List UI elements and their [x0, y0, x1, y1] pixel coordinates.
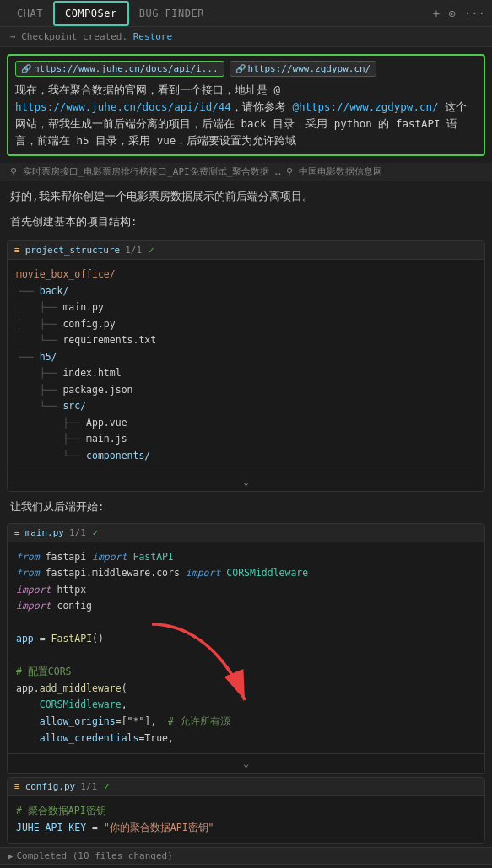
code-line: import httpx	[16, 582, 476, 599]
expand-main-btn[interactable]: ⌄	[8, 753, 484, 773]
add-icon[interactable]: +	[433, 7, 440, 20]
search-results-bar: ⚲ 实时票房接口_电影票房排行榜接口_API免费测试_聚合数据 … ⚲ 中国电影…	[0, 163, 492, 181]
url-tab-2[interactable]: 🔗 https://www.zgdypw.cn/	[230, 61, 377, 77]
code-line: from fastapi import FastAPI	[16, 549, 476, 566]
code-line	[16, 648, 476, 665]
message-input-box: 🔗 https://www.juhe.cn/docs/api/i... 🔗 ht…	[7, 54, 485, 156]
tab-chat[interactable]: CHAT	[7, 3, 53, 24]
main-py-block: ≡ main.py 1/1 ✓ from fastapi import Fast…	[7, 523, 485, 774]
code-line: allow_origins=["*"], # 允许所有源	[16, 714, 476, 731]
file-icon-project: ≡	[14, 245, 20, 256]
code-line: CORSMiddleware,	[16, 697, 476, 714]
version-config: 1/1	[80, 781, 97, 792]
code-line: import config	[16, 598, 476, 615]
project-structure-content: movie_box_office/ ├── back/ │ ├── main.p…	[8, 260, 484, 472]
code-line: │ └── requirements.txt	[16, 332, 476, 349]
mention-link-1: https://www.juhe.cn/docs/api/id/44	[15, 100, 231, 113]
response-intro: 好的,我来帮你创建一个电影票房数据展示的前后端分离项目。	[0, 181, 492, 212]
code-line: JUHE_API_KEY = "你的聚合数据API密钥"	[16, 820, 476, 837]
code-line: ├── index.html	[16, 365, 476, 382]
code-line: ├── package.json	[16, 382, 476, 399]
code-line: movie_box_office/	[16, 267, 476, 283]
header-actions: + ⊙ ···	[433, 7, 485, 20]
tab-bug-finder[interactable]: BUG FINDER	[129, 3, 214, 24]
code-line: ├── main.js	[16, 431, 476, 448]
code-line: allow_credentials=True,	[16, 731, 476, 747]
config-py-content: # 聚合数据API密钥 JUHE_API_KEY = "你的聚合数据API密钥"	[8, 796, 484, 843]
url-label-2: https://www.zgdypw.cn/	[248, 63, 371, 74]
history-icon[interactable]: ⊙	[448, 7, 455, 20]
tab-composer[interactable]: COMPOSer	[53, 1, 129, 26]
expand-project-btn[interactable]: ⌄	[8, 472, 484, 491]
url-tab-1[interactable]: 🔗 https://www.juhe.cn/docs/api/i...	[15, 61, 224, 77]
add-context-bar[interactable]: + Add context	[0, 864, 492, 868]
restore-link[interactable]: Restore	[133, 31, 172, 42]
code-line: from fastapi.middleware.cors import CORS…	[16, 565, 476, 582]
filename-project: project_structure	[25, 245, 121, 256]
filename-config: config.py	[25, 781, 76, 792]
code-line: ├── App.vue	[16, 415, 476, 432]
code-block-header-main: ≡ main.py 1/1 ✓	[8, 524, 484, 542]
version-project: 1/1	[125, 245, 142, 256]
more-icon[interactable]: ···	[464, 7, 485, 20]
link-icon-1: 🔗	[21, 64, 31, 73]
code-line: └── src/	[16, 398, 476, 415]
expand-icon: ▶	[8, 852, 13, 860]
filename-main: main.py	[25, 527, 64, 538]
code-line: └── h5/	[16, 349, 476, 366]
backend-intro: 让我们从后端开始:	[0, 495, 492, 520]
code-block-header-project: ≡ project_structure 1/1 ✓	[8, 241, 484, 260]
code-line	[16, 615, 476, 632]
code-line: │ ├── config.py	[16, 316, 476, 333]
response-subtitle: 首先创建基本的项目结构:	[0, 212, 492, 237]
completed-bar[interactable]: ▶ Completed (10 files changed)	[0, 847, 492, 864]
code-line: │ ├── main.py	[16, 299, 476, 316]
config-py-block: ≡ config.py 1/1 ✓ # 聚合数据API密钥 JUHE_API_K…	[7, 777, 485, 844]
code-line: # 配置CORS	[16, 664, 476, 681]
file-icon-config: ≡	[14, 781, 20, 792]
completed-text: Completed (10 files changed)	[16, 850, 172, 861]
check-icon-main: ✓	[93, 527, 99, 538]
file-icon-main: ≡	[14, 527, 20, 538]
code-line: app.add_middleware(	[16, 681, 476, 698]
header-tabs: CHAT COMPOSer BUG FINDER + ⊙ ···	[0, 0, 492, 27]
code-line: app = FastAPI()	[16, 631, 476, 648]
mention-link-2: @https://www.zgdypw.cn/	[292, 100, 438, 113]
code-line: ├── back/	[16, 283, 476, 300]
code-block-header-config: ≡ config.py 1/1 ✓	[8, 778, 484, 796]
version-main: 1/1	[69, 527, 86, 538]
check-icon-project: ✓	[149, 245, 154, 256]
code-line: └── components/	[16, 448, 476, 465]
checkpoint-bar: → Checkpoint created. Restore	[0, 27, 492, 47]
url-tabs: 🔗 https://www.juhe.cn/docs/api/i... 🔗 ht…	[15, 61, 477, 77]
checkpoint-text: → Checkpoint created.	[10, 31, 127, 42]
url-label-1: https://www.juhe.cn/docs/api/i...	[34, 63, 219, 74]
link-icon-2: 🔗	[235, 64, 246, 73]
main-py-content: from fastapi import FastAPI from fastapi…	[8, 542, 484, 754]
message-content: 现在，我在聚合数据的官网，看到一个接口，地址是 @ https://www.ju…	[15, 82, 477, 149]
code-line: # 聚合数据API密钥	[16, 803, 476, 820]
check-icon-config: ✓	[104, 781, 110, 792]
project-structure-block: ≡ project_structure 1/1 ✓ movie_box_offi…	[7, 240, 485, 492]
